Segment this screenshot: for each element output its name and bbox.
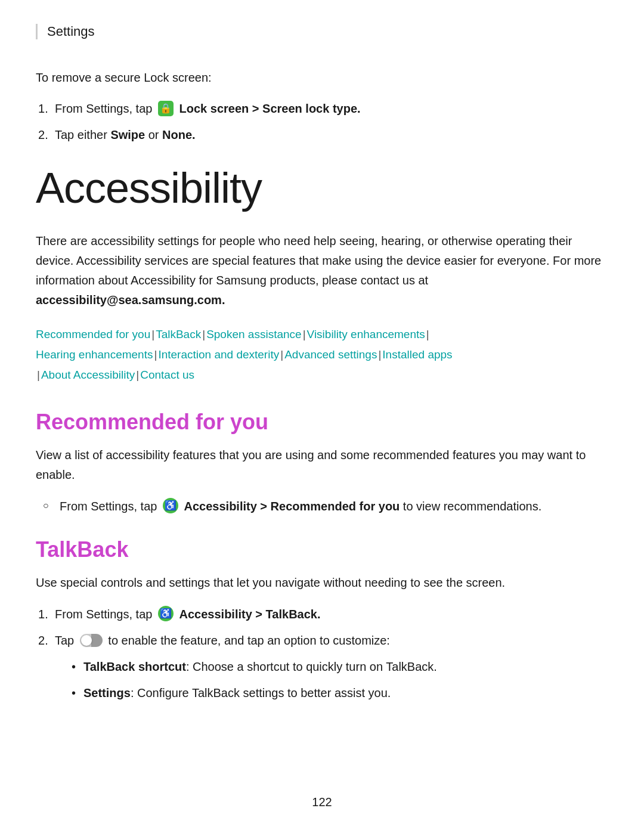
header-title: Settings: [47, 24, 95, 39]
nav-link-installed[interactable]: Installed apps: [382, 348, 452, 361]
intro-steps: From Settings, tap Lock screen > Screen …: [36, 99, 608, 144]
nav-links: Recommended for you|TalkBack|Spoken assi…: [36, 324, 608, 386]
nav-link-talkback[interactable]: TalkBack: [156, 328, 201, 340]
talkback-step-2: Tap to enable the feature, and tap an op…: [55, 631, 608, 702]
intro-section: To remove a secure Lock screen: From Set…: [36, 68, 608, 144]
nav-link-about[interactable]: About Accessibility: [41, 368, 135, 381]
lock-screen-icon: [158, 101, 174, 116]
talkback-option-settings: Settings: Configure TalkBack settings to…: [83, 683, 608, 702]
email-link: accessibility@sea.samsung.com.: [36, 293, 225, 306]
page-header: Settings: [36, 24, 608, 39]
nav-link-visibility[interactable]: Visibility enhancements: [307, 328, 425, 340]
nav-link-recommended[interactable]: Recommended for you: [36, 328, 150, 340]
page-number: 122: [312, 795, 332, 809]
section-recommended: Recommended for you View a list of acces…: [36, 410, 608, 516]
nav-link-hearing[interactable]: Hearing enhancements: [36, 348, 153, 361]
section-heading-recommended: Recommended for you: [36, 410, 608, 435]
talkback-option-shortcut: TalkBack shortcut: Choose a shortcut to …: [83, 657, 608, 676]
page-title: Accessibility: [36, 163, 608, 212]
intro-step-1: From Settings, tap Lock screen > Screen …: [55, 99, 608, 118]
section-talkback: TalkBack Use special controls and settin…: [36, 537, 608, 702]
toggle-icon: [80, 634, 103, 647]
section-heading-talkback: TalkBack: [36, 537, 608, 562]
accessibility-icon-recommended: ♿: [163, 498, 178, 513]
section-desc-talkback: Use special controls and settings that l…: [36, 573, 608, 593]
intro-step-2: Tap either Swipe or None.: [55, 125, 608, 144]
talkback-options: TalkBack shortcut: Choose a shortcut to …: [55, 657, 608, 702]
section-desc-recommended: View a list of accessibility features th…: [36, 445, 608, 485]
nav-link-contact[interactable]: Contact us: [140, 368, 194, 381]
accessibility-icon-talkback: ♿: [158, 606, 174, 621]
page-description: There are accessibility settings for peo…: [36, 231, 608, 310]
recommended-item-1: From Settings, tap ♿ Accessibility > Rec…: [60, 497, 608, 516]
nav-link-spoken[interactable]: Spoken assistance: [206, 328, 302, 340]
talkback-step-1: From Settings, tap ♿ Accessibility > Tal…: [55, 605, 608, 624]
nav-link-advanced[interactable]: Advanced settings: [284, 348, 377, 361]
talkback-steps: From Settings, tap ♿ Accessibility > Tal…: [36, 605, 608, 702]
recommended-list: From Settings, tap ♿ Accessibility > Rec…: [36, 497, 608, 516]
nav-link-interaction[interactable]: Interaction and dexterity: [158, 348, 279, 361]
intro-text: To remove a secure Lock screen:: [36, 68, 608, 87]
step1-text: Lock screen > Screen lock type.: [179, 102, 361, 115]
